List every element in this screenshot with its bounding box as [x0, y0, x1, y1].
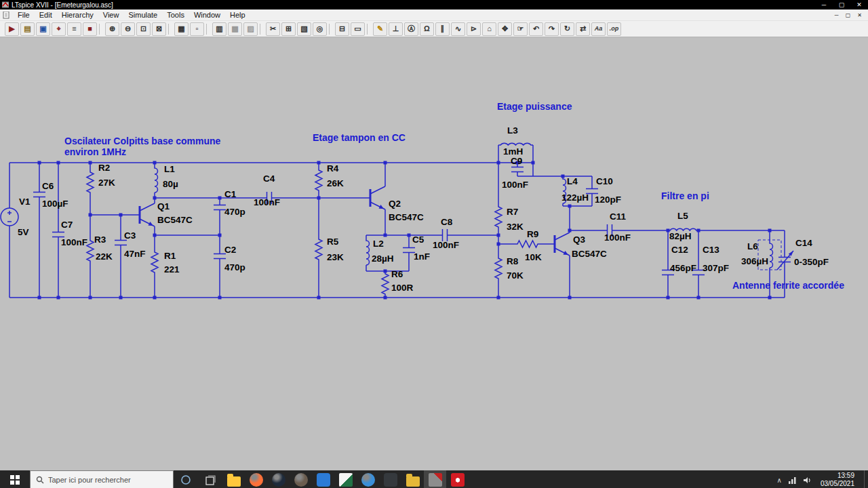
component-R9-value[interactable]: 10K: [525, 252, 542, 262]
print-preview-icon[interactable]: ▭: [351, 22, 365, 36]
component-R6-ref[interactable]: R6: [391, 269, 403, 279]
component-C9-ref[interactable]: C9: [511, 156, 522, 166]
component-C13-value[interactable]: 307pF: [703, 263, 729, 273]
print-icon[interactable]: ⊟: [335, 22, 349, 36]
paste-icon[interactable]: ▧: [297, 22, 311, 36]
component-R2-value[interactable]: 27K: [98, 178, 115, 188]
component-Q2-ref[interactable]: Q2: [389, 199, 401, 209]
taskbar-app-excel[interactable]: [334, 470, 357, 488]
component-V1-value[interactable]: 5V: [18, 227, 29, 237]
component-L1-value[interactable]: 80µ: [163, 179, 178, 189]
redo-icon[interactable]: ↷: [545, 22, 559, 36]
taskbar-app-steam[interactable]: [267, 470, 290, 488]
component-R3-ref[interactable]: R3: [94, 235, 106, 245]
component-R7-value[interactable]: 32K: [507, 222, 524, 232]
component-Q3-value[interactable]: BC547C: [572, 249, 607, 259]
save-icon[interactable]: ▣: [36, 22, 50, 36]
minimize-button[interactable]: ─: [815, 0, 833, 9]
component-L5-value[interactable]: 82µH: [669, 231, 692, 241]
taskbar-app-firefox[interactable]: [245, 470, 267, 488]
network-icon[interactable]: [788, 476, 797, 484]
zoom-full-icon[interactable]: ⊡: [136, 22, 151, 36]
component-R4-value[interactable]: 26K: [327, 178, 344, 188]
capacitor-icon[interactable]: ∥: [435, 22, 450, 36]
taskbar-app-acrobat[interactable]: [446, 470, 469, 488]
taskbar-app-edge[interactable]: [357, 470, 379, 488]
component-Q2-value[interactable]: BC547C: [389, 212, 424, 222]
run-icon[interactable]: ▶: [5, 22, 19, 36]
mirror-icon[interactable]: ⇄: [576, 22, 590, 36]
taskbar-search-box[interactable]: Taper ici pour rechercher: [30, 470, 174, 488]
component-C1-ref[interactable]: C1: [224, 189, 237, 199]
component-R4-ref[interactable]: R4: [327, 163, 339, 174]
paste-right-icon[interactable]: ▨: [243, 22, 258, 36]
component-R5-ref[interactable]: R5: [327, 237, 339, 247]
component-R3-value[interactable]: 22K: [96, 251, 113, 262]
component-C5-ref[interactable]: C5: [412, 235, 425, 245]
schematic-comment-2[interactable]: Etage tampon en CC: [313, 132, 406, 143]
component-icon[interactable]: ⌂: [482, 22, 496, 36]
component-C12-ref[interactable]: C12: [671, 245, 688, 255]
mdi-restore-button[interactable]: ▢: [842, 10, 854, 20]
mdi-minimize-button[interactable]: ─: [831, 10, 842, 20]
component-C10-value[interactable]: 120pF: [595, 195, 621, 205]
component-R9-ref[interactable]: R9: [527, 229, 538, 239]
move-icon[interactable]: ✥: [498, 22, 512, 36]
component-L2-value[interactable]: 28µH: [372, 253, 394, 264]
menu-file[interactable]: File: [13, 9, 35, 20]
snap-icon[interactable]: ▫: [190, 22, 204, 36]
menu-help[interactable]: Help: [225, 9, 250, 20]
component-C11-value[interactable]: 100nF: [604, 232, 631, 243]
component-R8-ref[interactable]: R8: [507, 256, 519, 266]
schematic-comment-5[interactable]: Antenne ferrite accordée: [732, 280, 844, 291]
component-L6-ref[interactable]: L6: [747, 241, 758, 251]
copy-icon[interactable]: ⊞: [281, 22, 296, 36]
paste-left-icon[interactable]: ▩: [228, 22, 242, 36]
component-C12-value[interactable]: 456pF: [670, 263, 696, 273]
inductor-icon[interactable]: ∿: [451, 22, 465, 36]
ground-icon[interactable]: ⊥: [389, 22, 403, 36]
taskbar-app-media-player[interactable]: [379, 470, 401, 488]
cut-icon[interactable]: ✂: [266, 22, 280, 36]
component-C13-ref[interactable]: C13: [703, 245, 719, 255]
component-C3-value[interactable]: 47nF: [124, 249, 146, 259]
taskbar-app-gimp[interactable]: [290, 470, 312, 488]
component-C6-ref[interactable]: C6: [42, 181, 54, 191]
component-L2-ref[interactable]: L2: [373, 239, 384, 249]
drag-icon[interactable]: ☞: [513, 22, 528, 36]
component-L5-ref[interactable]: L5: [677, 211, 688, 221]
component-R6-value[interactable]: 100R: [391, 283, 414, 293]
component-C14-value[interactable]: 0-350pF: [794, 257, 829, 267]
component-C8-ref[interactable]: C8: [441, 217, 453, 227]
volume-icon[interactable]: [803, 476, 812, 484]
zoom-redraw-icon[interactable]: ⊠: [152, 22, 166, 36]
menu-simulate[interactable]: Simulate: [123, 9, 162, 20]
duplicate-icon[interactable]: ▥: [212, 22, 226, 36]
component-Q1-ref[interactable]: Q1: [157, 201, 170, 211]
taskbar-app-documents-folder[interactable]: [401, 470, 424, 488]
component-C9-value[interactable]: 100nF: [502, 180, 528, 190]
schematic-comment-4[interactable]: Filtre en pi: [661, 190, 709, 201]
resistor-icon[interactable]: Ω: [420, 22, 434, 36]
zoom-out-icon[interactable]: ⊖: [121, 22, 135, 36]
grid-icon[interactable]: ▦: [174, 22, 189, 36]
start-button[interactable]: [0, 470, 30, 488]
component-L6-value[interactable]: 306µH: [741, 256, 768, 266]
taskbar-clock[interactable]: 13:59 03/05/2021: [818, 472, 860, 488]
component-V1-ref[interactable]: V1: [19, 197, 31, 207]
wire-icon[interactable]: ✎: [373, 22, 387, 36]
taskbar-app-file-explorer[interactable]: [222, 470, 245, 488]
close-button[interactable]: ✕: [850, 0, 868, 9]
component-C4-value[interactable]: 100nF: [254, 197, 280, 207]
component-C5-value[interactable]: 1nF: [414, 251, 430, 262]
component-C7-ref[interactable]: C7: [61, 220, 73, 230]
diode-icon[interactable]: ⊳: [467, 22, 481, 36]
show-desktop-button[interactable]: [864, 470, 868, 488]
component-C14-ref[interactable]: C14: [795, 238, 812, 248]
component-R1-ref[interactable]: R1: [164, 251, 176, 261]
schematic-comment-3[interactable]: Etage puissance: [497, 101, 572, 112]
component-L1-ref[interactable]: L1: [164, 164, 175, 174]
component-Q1-value[interactable]: BC547C: [157, 215, 193, 225]
control-panel-icon[interactable]: ≡: [67, 22, 81, 36]
probe-icon[interactable]: ⌖: [52, 22, 66, 36]
